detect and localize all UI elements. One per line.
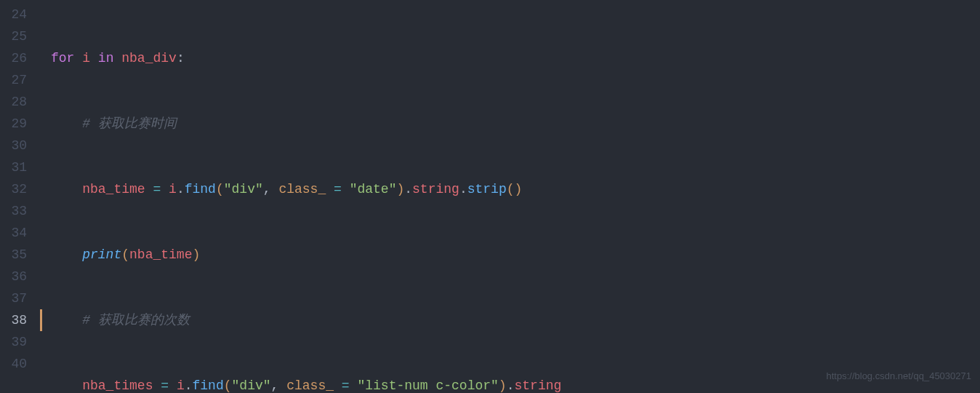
code-line[interactable]: # 获取比赛的次数 bbox=[51, 309, 980, 331]
code-content[interactable]: for i in nba_div: # 获取比赛时间 nba_time = i.… bbox=[40, 0, 980, 393]
line-number: 30 bbox=[0, 135, 34, 156]
line-number: 28 bbox=[0, 91, 34, 113]
line-number-gutter: 24 25 26 27 28 29 30 31 32 33 34 35 36 3… bbox=[0, 0, 40, 393]
line-number: 27 bbox=[0, 69, 34, 91]
line-number: 24 bbox=[0, 4, 34, 25]
watermark-text: https://blog.csdn.net/qq_45030271 bbox=[827, 365, 972, 387]
line-number: 39 bbox=[0, 331, 34, 353]
line-number: 35 bbox=[0, 244, 34, 266]
line-number: 26 bbox=[0, 47, 34, 69]
code-editor[interactable]: 24 25 26 27 28 29 30 31 32 33 34 35 36 3… bbox=[0, 0, 980, 393]
code-line[interactable]: print(nba_time) bbox=[51, 244, 980, 266]
code-line[interactable]: nba_time = i.find("div", class_ = "date"… bbox=[51, 178, 980, 200]
cursor-line-marker bbox=[40, 309, 42, 331]
code-line[interactable]: # 获取比赛时间 bbox=[51, 113, 980, 135]
line-number: 37 bbox=[0, 287, 34, 309]
line-number: 29 bbox=[0, 113, 34, 135]
line-number: 40 bbox=[0, 353, 34, 375]
line-number: 32 bbox=[0, 178, 34, 200]
line-number: 36 bbox=[0, 266, 34, 287]
line-number: 33 bbox=[0, 200, 34, 222]
line-number-active: 38 bbox=[0, 309, 34, 331]
line-number: 31 bbox=[0, 156, 34, 178]
line-number: 34 bbox=[0, 222, 34, 244]
line-number: 25 bbox=[0, 25, 34, 47]
code-line[interactable]: for i in nba_div: bbox=[51, 47, 980, 69]
